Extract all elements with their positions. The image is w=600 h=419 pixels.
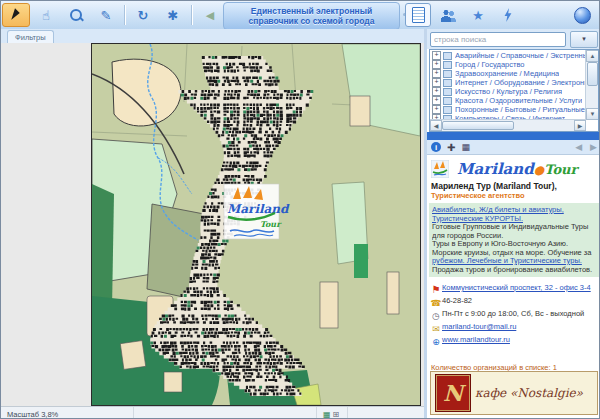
rubric-row[interactable]: + Аварийные / Справочные / Экстренные сл	[430, 51, 585, 60]
print-icon[interactable]: ▦	[461, 142, 470, 152]
horizontal-scrollbar[interactable]: ◀ ▶	[430, 119, 586, 131]
contact-row[interactable]: Коммунистический проспект, 32 - офис 3-4	[430, 281, 598, 294]
contact-row[interactable]: mariland-tour@mail.ru	[430, 320, 598, 333]
hscroll-thumb[interactable]	[442, 121, 514, 130]
vscroll-thumb[interactable]	[587, 62, 598, 86]
description-line[interactable]: Авиабилеты, Ж/д билеты и авиатуры,	[432, 206, 596, 215]
expand-plus-icon[interactable]: +	[432, 105, 441, 114]
gear-icon: ✱	[168, 8, 179, 23]
rubric-label[interactable]: Похоронные / Бытовые / Ритуальные усл	[455, 105, 585, 114]
routes-button[interactable]	[495, 3, 521, 27]
mini-map-icon: ▦	[323, 410, 331, 419]
card-forward-icon[interactable]: ▶	[590, 142, 597, 152]
refresh-icon: ↻	[138, 8, 149, 23]
history-back-button[interactable]: ◀	[196, 3, 224, 27]
add-to-list-icon[interactable]: ✚	[447, 142, 455, 153]
ad-banner-nostalgie[interactable]: N кафе «Nostalgie»	[430, 371, 598, 415]
measure-tool-button[interactable]: ✎	[92, 3, 120, 27]
expand-plus-icon[interactable]: +	[432, 78, 441, 87]
rubric-label[interactable]: Здравоохранение / Медицина	[455, 69, 559, 78]
filter-strip: Фильтры	[1, 29, 424, 44]
firm-type: Туристическое агентство	[427, 191, 600, 203]
description-line[interactable]: Туры в Европу и Юго-Восточную Азию.	[432, 240, 596, 249]
city-map-image: Mariland Tour	[92, 44, 420, 405]
description-line[interactable]: Морские круизы, отдых на море. Обучение …	[432, 249, 596, 258]
rubric-row[interactable]: + Искусство / Культура / Религия	[430, 87, 585, 96]
map-marker-icon	[430, 281, 442, 294]
cursor-icon	[11, 8, 20, 21]
description-line[interactable]: Готовые Групповые и Индивидуальные Туры	[432, 223, 596, 232]
directory-icon	[412, 7, 425, 23]
search-dropdown-button[interactable]: ▾	[570, 31, 598, 48]
rubric-row[interactable]: + Город / Государство	[430, 60, 585, 69]
scroll-down-button[interactable]: ▼	[586, 108, 599, 120]
logo-word-mariland: Mariland	[457, 160, 534, 178]
filters-tab-label: Фильтры	[15, 33, 46, 42]
expand-plus-icon[interactable]: +	[432, 87, 441, 96]
favorites-button[interactable]: ★	[465, 3, 491, 27]
globe-icon	[574, 7, 591, 24]
firm-logo-text: Mariland●Tour	[457, 159, 577, 178]
expand-plus-icon[interactable]: +	[432, 60, 441, 69]
contact-text[interactable]: mariland-tour@mail.ru	[442, 322, 516, 331]
cursor-tool-button[interactable]	[2, 3, 30, 27]
folder-icon	[443, 88, 452, 96]
contact-text[interactable]: 46-28-82	[442, 296, 472, 305]
firm-contacts: Коммунистический проспект, 32 - офис 3-4…	[427, 277, 600, 346]
clock-icon	[430, 307, 442, 320]
rubric-label[interactable]: Красота / Оздоровительные / Услуги	[455, 96, 582, 105]
info-icon[interactable]: i	[431, 142, 441, 152]
rubric-row[interactable]: + Здравоохранение / Медицина	[430, 69, 585, 78]
contact-text[interactable]: Пн-Пт с 9:00 до 18:00, Сб, Вс - выходной	[442, 309, 584, 318]
description-line[interactable]: Продажа туров и бронирование авиабилетов…	[432, 266, 596, 275]
zoom-tool-button[interactable]	[62, 3, 90, 27]
zoom-icon	[70, 9, 82, 21]
firms-mode-button[interactable]	[435, 3, 461, 27]
rubric-label[interactable]: Искусство / Культура / Религия	[455, 87, 562, 96]
chevron-down-icon: ▾	[582, 35, 586, 43]
filters-tab[interactable]: Фильтры	[7, 30, 54, 43]
logo-dot-icon: ●	[534, 163, 544, 177]
contact-row[interactable]: 46-28-82	[430, 294, 598, 307]
pan-tool-button[interactable]: ☝	[32, 3, 60, 27]
rubric-row[interactable]: + Интернет / Оборудование / Электроника	[430, 78, 585, 87]
scroll-up-button[interactable]: ▲	[586, 50, 599, 62]
contact-row[interactable]: Пн-Пт с 9:00 до 18:00, Сб, Вс - выходной	[430, 307, 598, 320]
search-input[interactable]	[430, 32, 566, 47]
firm-card: Mariland●Tour Мариленд Тур (Mariland Tou…	[427, 155, 600, 361]
rubric-label[interactable]: Интернет / Оборудование / Электроника	[455, 78, 585, 87]
expand-plus-icon[interactable]: +	[432, 69, 441, 78]
folder-icon	[443, 97, 452, 105]
rubric-row[interactable]: + Похоронные / Бытовые / Ритуальные усл	[430, 105, 585, 114]
card-back-icon[interactable]: ◀	[575, 142, 582, 152]
routes-icon	[504, 8, 513, 22]
rubric-label[interactable]: Город / Государство	[455, 60, 525, 69]
expand-plus-icon[interactable]: +	[432, 96, 441, 105]
ad-monogram: N	[443, 380, 463, 406]
scroll-right-button[interactable]: ▶	[574, 120, 586, 131]
rubric-label[interactable]: Аварийные / Справочные / Экстренные сл	[455, 51, 585, 60]
favorites-icon: ★	[472, 8, 484, 23]
description-line[interactable]: для городов России.	[432, 232, 596, 241]
logo-word-tour: Tour	[544, 162, 577, 177]
rubric-row[interactable]: + Красота / Оздоровительные / Услуги	[430, 96, 585, 105]
vertical-scrollbar[interactable]: ▲ ▼	[585, 50, 598, 120]
contact-text[interactable]: Коммунистический проспект, 32 - офис 3-4	[442, 283, 591, 292]
card-toolbar: i ✚ ▦ ◀ ▶	[427, 140, 600, 155]
city-map[interactable]: Mariland Tour	[91, 43, 421, 406]
scroll-left-button[interactable]: ◀	[430, 120, 442, 131]
description-line[interactable]: Туристические КУРОРТЫ.	[432, 215, 596, 224]
phone-icon	[430, 294, 442, 307]
directory-mode-button[interactable]	[405, 3, 431, 27]
folder-icon	[443, 106, 452, 114]
expand-plus-icon[interactable]: +	[432, 51, 441, 60]
status-mini-buttons[interactable]: ▦ ⊞	[317, 407, 348, 419]
settings-button[interactable]: ✱	[159, 3, 187, 27]
help-button[interactable]	[569, 3, 595, 27]
contact-text[interactable]: www.marilandtour.ru	[442, 335, 510, 344]
refresh-view-button[interactable]: ↻	[129, 3, 157, 27]
contact-row[interactable]: www.marilandtour.ru	[430, 333, 598, 346]
ad-monogram-box: N	[435, 374, 471, 412]
description-line[interactable]: рубежом. Лечебные и Туристические туры.	[432, 257, 596, 266]
back-icon: ◀	[206, 9, 214, 22]
